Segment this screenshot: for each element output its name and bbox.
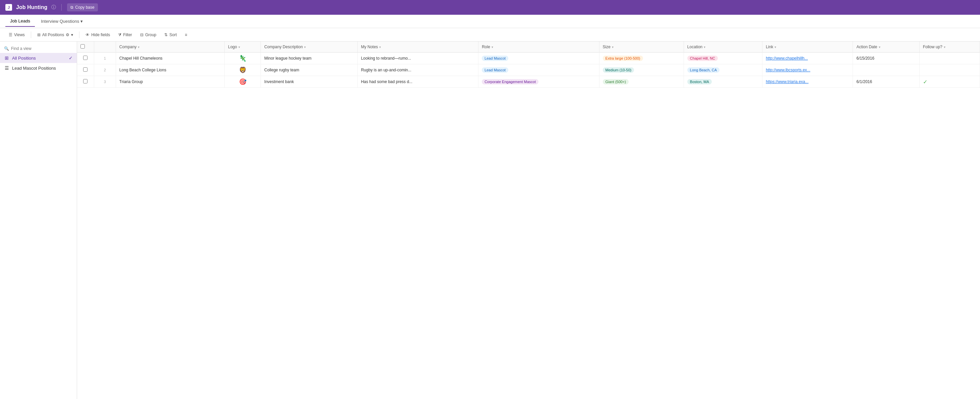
notes-cell[interactable]: Looking to rebrand—rumo... [357, 52, 478, 64]
filter-button[interactable]: ⧩ Filter [115, 31, 135, 39]
link-text[interactable]: http://www.lbcsports.ex... [766, 68, 810, 72]
num-header [94, 41, 116, 52]
views-icon: ☰ [9, 33, 13, 37]
action-date-cell[interactable]: 6/15/2016 [853, 52, 919, 64]
location-badge: Long Beach, CA [687, 67, 719, 73]
size-header[interactable]: Size ▾ [599, 41, 684, 52]
hide-icon: 👁 [86, 33, 89, 37]
role-badge: Lead Mascot [482, 67, 508, 73]
size-cell[interactable]: Giant (500+) [599, 76, 684, 88]
group-button[interactable]: ⊟ Group [137, 31, 159, 39]
follow-up-cell[interactable] [919, 64, 980, 76]
top-bar: J Job Hunting ⓘ ⧉ Copy base [0, 0, 980, 15]
toolbar-divider-2 [79, 32, 80, 38]
sort-icon: ▾ [379, 45, 381, 49]
sort-button[interactable]: ⇅ Sort [161, 31, 180, 39]
info-icon[interactable]: ⓘ [51, 4, 56, 10]
check-icon: ✓ [69, 55, 73, 61]
logo-cell[interactable]: 🎯 [224, 76, 261, 88]
hide-fields-button[interactable]: 👁 Hide fields [82, 31, 113, 39]
role-cell[interactable]: Corporate Engagement Mascot [479, 76, 599, 88]
notes-header[interactable]: My Notes ▾ [357, 41, 478, 52]
location-cell[interactable]: Boston, MA [684, 76, 762, 88]
sidebar-search-container[interactable]: 🔍 [0, 44, 77, 53]
logo-emoji: 🦎 [239, 55, 247, 62]
row-number: 1 [94, 52, 116, 64]
tab-interview-questions[interactable]: Interview Questions ▾ [36, 16, 88, 27]
list-icon: ☰ [4, 65, 10, 71]
role-cell[interactable]: Lead Mascot [479, 64, 599, 76]
company-cell[interactable]: Triaria Group [116, 76, 224, 88]
sort-icon: ▾ [138, 45, 140, 49]
table-row: 2 Long Beach College Lions 🦁 College rug… [77, 64, 980, 76]
toolbar: ☰ Views ⊞ All Positions ⚙ ▾ 👁 Hide field… [0, 28, 980, 41]
action-date-cell[interactable] [853, 64, 919, 76]
sidebar-item-lead-mascot[interactable]: ☰ Lead Mascot Positions [0, 63, 77, 73]
link-header[interactable]: Link ▾ [762, 41, 853, 52]
follow-up-cell[interactable] [919, 52, 980, 64]
sidebar: 🔍 ⊞ All Positions ✓ ☰ Lead Mascot Positi… [0, 41, 77, 399]
copy-base-button[interactable]: ⧉ Copy base [67, 3, 97, 11]
sort-icon: ▾ [304, 45, 306, 49]
role-badge: Corporate Engagement Mascot [482, 79, 538, 84]
role-cell[interactable]: Lead Mascot [479, 52, 599, 64]
chevron-down-icon: ▾ [71, 33, 73, 37]
all-positions-button[interactable]: ⊞ All Positions ⚙ ▾ [34, 31, 76, 39]
follow-up-cell[interactable]: ✓ [919, 76, 980, 88]
row-checkbox-cell[interactable] [77, 76, 94, 88]
row-checkbox-cell[interactable] [77, 64, 94, 76]
sidebar-item-label: All Positions [12, 55, 36, 61]
grid-icon: ⊞ [37, 33, 41, 37]
row-checkbox[interactable] [83, 67, 88, 72]
table-area: Company ▾ Logo ▾ Company Description [77, 41, 980, 399]
size-badge: Medium (10-50) [603, 67, 634, 73]
logo-header[interactable]: Logo ▾ [224, 41, 261, 52]
company-cell[interactable]: Long Beach College Lions [116, 64, 224, 76]
grid-icon: ⊞ [4, 55, 10, 61]
size-badge: Giant (500+) [603, 79, 628, 84]
action-date-cell[interactable]: 6/1/2016 [853, 76, 919, 88]
views-button[interactable]: ☰ Views [5, 31, 28, 39]
description-cell[interactable]: College rugby team [261, 64, 357, 76]
select-all-checkbox[interactable] [81, 44, 85, 49]
link-cell[interactable]: https://www.triaria.exa... [762, 76, 853, 88]
sort-icon: ▾ [239, 45, 240, 49]
description-cell[interactable]: Minor league hockey team [261, 52, 357, 64]
role-header[interactable]: Role ▾ [479, 41, 599, 52]
link-text[interactable]: http://www.chapelhillh... [766, 56, 808, 61]
row-checkbox-cell[interactable] [77, 52, 94, 64]
location-cell[interactable]: Chapel Hill, NC [684, 52, 762, 64]
company-cell[interactable]: Chapel Hill Chameleons [116, 52, 224, 64]
sort-icon: ▾ [492, 45, 493, 49]
table-header-row: Company ▾ Logo ▾ Company Description [77, 41, 980, 52]
link-cell[interactable]: http://www.chapelhillh... [762, 52, 853, 64]
logo-cell[interactable]: 🦁 [224, 64, 261, 76]
row-checkbox[interactable] [83, 55, 88, 60]
main-layout: 🔍 ⊞ All Positions ✓ ☰ Lead Mascot Positi… [0, 41, 980, 399]
logo-cell[interactable]: 🦎 [224, 52, 261, 64]
select-all-header[interactable] [77, 41, 94, 52]
search-input[interactable] [11, 46, 73, 51]
location-header[interactable]: Location ▾ [684, 41, 762, 52]
notes-cell[interactable]: Rugby is an up-and-comin... [357, 64, 478, 76]
location-badge: Boston, MA [687, 79, 712, 84]
row-height-icon: ≡ [185, 33, 187, 37]
company-header[interactable]: Company ▾ [116, 41, 224, 52]
notes-cell[interactable]: Has had some bad press d... [357, 76, 478, 88]
size-cell[interactable]: Medium (10-50) [599, 64, 684, 76]
size-cell[interactable]: Extra large (100-500) [599, 52, 684, 64]
row-number: 2 [94, 64, 116, 76]
row-height-button[interactable]: ≡ [181, 31, 191, 39]
action-date-header[interactable]: Action Date ▾ [853, 41, 919, 52]
expand-icon: ⚙ [66, 33, 69, 37]
follow-up-header[interactable]: Follow up? ▾ [919, 41, 980, 52]
description-header[interactable]: Company Description ▾ [261, 41, 357, 52]
tab-job-leads[interactable]: Job Leads [5, 16, 35, 27]
sidebar-item-all-positions[interactable]: ⊞ All Positions ✓ [0, 53, 77, 63]
link-text[interactable]: https://www.triaria.exa... [766, 79, 808, 84]
location-cell[interactable]: Long Beach, CA [684, 64, 762, 76]
description-cell[interactable]: Investment bank [261, 76, 357, 88]
row-checkbox[interactable] [83, 79, 88, 84]
link-cell[interactable]: http://www.lbcsports.ex... [762, 64, 853, 76]
copy-icon: ⧉ [70, 5, 73, 10]
